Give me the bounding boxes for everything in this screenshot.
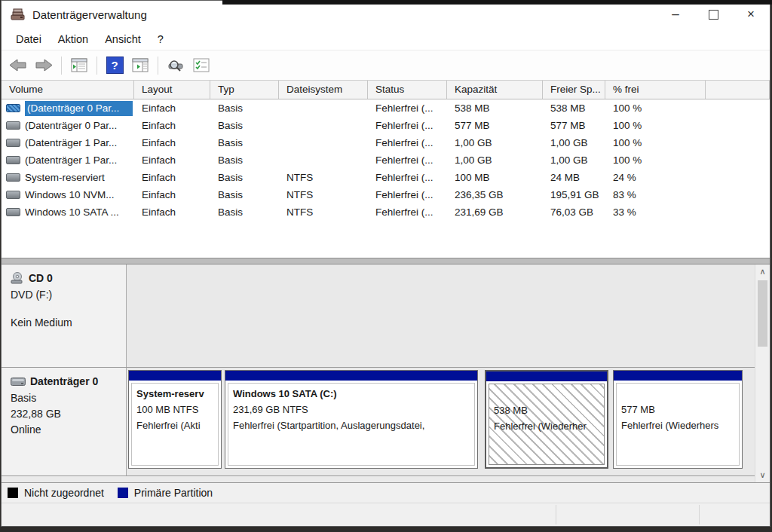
col-status[interactable]: Status (368, 81, 447, 99)
scroll-down-icon[interactable]: ∨ (755, 468, 770, 482)
col-dateisystem[interactable]: Dateisystem (279, 81, 368, 99)
title-bar: Datenträgerverwaltung – × (2, 1, 770, 28)
volume-icon (6, 191, 20, 199)
partition-status: Fehlerfrei (Akti (136, 417, 213, 433)
cell-typ: Basis (210, 151, 279, 169)
cell-status: Fehlerfrei (... (368, 134, 447, 151)
toolbar-separator (96, 57, 97, 75)
cell-typ: Basis (210, 134, 279, 151)
legend-unallocated: Nicht zugeordnet (24, 487, 104, 499)
cell-freier-sp: 195,91 GB (543, 186, 605, 203)
status-bar (2, 503, 770, 526)
volume-name: Windows 10 SATA ... (25, 205, 133, 220)
partition-name: System-reserv (136, 386, 213, 402)
col-prozent-frei[interactable]: % frei (605, 81, 706, 99)
cd-drive-label-panel[interactable]: CD 0 DVD (F:) Kein Medium (2, 264, 127, 367)
cell-dateisystem: NTFS (279, 169, 368, 186)
primary-partition-swatch (118, 488, 128, 498)
disk0-type: Basis (11, 390, 126, 406)
volume-table-header: Volume Layout Typ Dateisystem Status Kap… (2, 81, 770, 99)
volume-name: (Datenträger 1 Par... (25, 136, 133, 151)
menu-ansicht[interactable]: Ansicht (96, 33, 149, 45)
menu-datei[interactable]: Datei (8, 33, 50, 45)
cell-typ: Basis (210, 169, 279, 186)
close-button[interactable]: × (732, 1, 770, 28)
refresh-disk-icon[interactable] (165, 55, 186, 76)
cell-layout: Einfach (134, 169, 210, 186)
console-tree-icon[interactable] (69, 55, 90, 76)
disk0-graph-area: System-reserv 100 MB NTFS Fehlerfrei (Ak… (127, 368, 755, 475)
checklist-icon[interactable] (191, 55, 212, 76)
partition-name (621, 386, 734, 402)
col-volume[interactable]: Volume (2, 81, 134, 99)
toolbar: ? (2, 50, 770, 81)
partition-size: 100 MB NTFS (136, 402, 213, 417)
primary-partition-band (486, 371, 607, 381)
cell-status: Fehlerfrei (... (368, 203, 447, 221)
partition-recovery-538mb[interactable]: 538 MB Fehlerfrei (Wiederher (485, 370, 608, 469)
cell-kapazitaet: 1,00 GB (447, 134, 543, 151)
cell-dateisystem (279, 151, 368, 169)
table-row[interactable]: (Datenträger 1 Par... Einfach Basis Fehl… (2, 134, 770, 151)
partition-system-reserved[interactable]: System-reserv 100 MB NTFS Fehlerfrei (Ak… (128, 370, 222, 469)
partition-size: 538 MB (494, 402, 599, 418)
cell-prozent-frei: 100 % (605, 99, 706, 117)
window-controls: – × (657, 1, 770, 28)
toolbar-separator (61, 57, 62, 75)
volume-list-pane: Volume Layout Typ Dateisystem Status Kap… (2, 81, 770, 258)
cell-freier-sp: 1,00 GB (543, 134, 605, 151)
back-icon[interactable] (8, 55, 29, 76)
disk0-name: Datenträger 0 (30, 375, 98, 387)
primary-partition-band (129, 371, 221, 381)
cell-kapazitaet: 236,35 GB (447, 186, 543, 203)
help-icon[interactable]: ? (104, 55, 125, 76)
cd-drive-row: CD 0 DVD (F:) Kein Medium (2, 264, 755, 368)
partition-status: Fehlerfrei (Wiederhers (621, 417, 734, 433)
volume-icon (6, 139, 20, 147)
col-freier-sp[interactable]: Freier Sp... (543, 81, 605, 99)
screenshot-root: Datenträgerverwaltung – × Datei Aktion A… (0, 0, 772, 532)
minimize-button[interactable]: – (657, 1, 694, 28)
partition-recovery-577mb[interactable]: 577 MB Fehlerfrei (Wiederhers (613, 370, 743, 469)
col-layout[interactable]: Layout (134, 81, 210, 99)
maximize-button[interactable] (694, 1, 732, 28)
menu-help[interactable]: ? (149, 33, 172, 45)
col-kapazitaet[interactable]: Kapazität (447, 81, 543, 99)
cell-status: Fehlerfrei (... (368, 151, 447, 169)
volume-name: (Datenträger 0 Par... (25, 101, 133, 116)
table-row[interactable]: Windows 10 NVM... Einfach Basis NTFS Feh… (2, 186, 770, 203)
cell-prozent-frei: 33 % (605, 203, 706, 221)
cell-layout: Einfach (134, 203, 210, 221)
status-bar-divider (556, 505, 556, 524)
action-pane-icon[interactable] (130, 55, 151, 76)
col-empty (706, 81, 770, 99)
vertical-scrollbar[interactable]: ∧ ∨ (755, 264, 770, 482)
minimize-icon: – (672, 7, 679, 22)
disk0-label-panel[interactable]: Datenträger 0 Basis 232,88 GB Online (2, 368, 127, 475)
legend-primary-partition: Primäre Partition (134, 487, 213, 499)
scroll-up-icon[interactable]: ∧ (755, 264, 770, 279)
table-row[interactable]: (Datenträger 0 Par... Einfach Basis Fehl… (2, 99, 770, 117)
unallocated-swatch (8, 488, 18, 498)
partition-size: 577 MB (621, 402, 734, 417)
forward-icon[interactable] (33, 55, 54, 76)
cell-freier-sp: 538 MB (543, 99, 605, 117)
cell-freier-sp: 577 MB (543, 117, 605, 134)
table-row[interactable]: (Datenträger 0 Par... Einfach Basis Fehl… (2, 117, 770, 134)
cell-freier-sp: 1,00 GB (543, 151, 605, 169)
table-row[interactable]: (Datenträger 1 Par... Einfach Basis Fehl… (2, 151, 770, 169)
pane-splitter[interactable] (2, 258, 770, 264)
table-row[interactable]: Windows 10 SATA ... Einfach Basis NTFS F… (2, 203, 770, 221)
cell-status: Fehlerfrei (... (368, 169, 447, 186)
scrollbar-track[interactable] (755, 279, 770, 468)
volume-icon (6, 173, 20, 182)
cell-status: Fehlerfrei (... (368, 117, 447, 134)
partition-status: Fehlerfrei (Startpartition, Auslagerungs… (233, 417, 470, 433)
window-title: Datenträgerverwaltung (32, 8, 147, 21)
menu-aktion[interactable]: Aktion (50, 33, 96, 45)
partition-windows-10-sata-c[interactable]: Windows 10 SATA (C:) 231,69 GB NTFS Fehl… (225, 370, 478, 469)
scrollbar-thumb[interactable] (758, 280, 767, 347)
table-row[interactable]: System-reserviert Einfach Basis NTFS Feh… (2, 169, 770, 186)
col-typ[interactable]: Typ (210, 81, 279, 99)
cell-status: Fehlerfrei (... (368, 186, 447, 203)
